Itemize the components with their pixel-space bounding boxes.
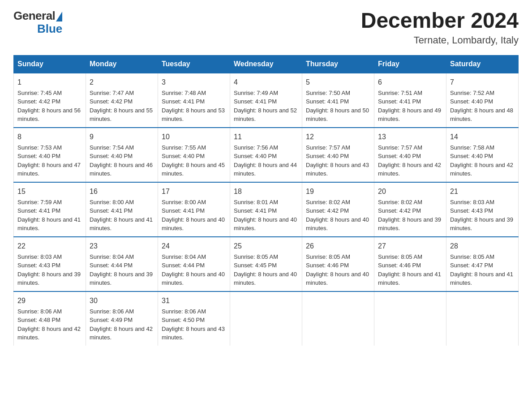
day-number: 9 xyxy=(90,132,154,142)
calendar-week-row: 1 Sunrise: 7:45 AMSunset: 4:42 PMDayligh… xyxy=(14,73,519,128)
calendar-cell xyxy=(446,291,519,346)
calendar-table: SundayMondayTuesdayWednesdayThursdayFrid… xyxy=(13,55,519,346)
calendar-cell: 4 Sunrise: 7:49 AMSunset: 4:41 PMDayligh… xyxy=(230,73,302,128)
calendar-cell: 16 Sunrise: 8:00 AMSunset: 4:41 PMDaylig… xyxy=(86,182,158,237)
day-number: 20 xyxy=(378,186,442,197)
day-number: 2 xyxy=(90,77,154,88)
day-info: Sunrise: 7:47 AMSunset: 4:42 PMDaylight:… xyxy=(90,90,153,123)
calendar-cell: 7 Sunrise: 7:52 AMSunset: 4:40 PMDayligh… xyxy=(446,73,519,128)
day-number: 29 xyxy=(17,295,82,306)
calendar-cell: 6 Sunrise: 7:51 AMSunset: 4:41 PMDayligh… xyxy=(374,73,446,128)
day-number: 19 xyxy=(306,186,370,197)
day-of-week-header: Friday xyxy=(374,55,446,73)
day-info: Sunrise: 7:56 AMSunset: 4:40 PMDaylight:… xyxy=(234,144,297,177)
calendar-cell xyxy=(302,291,374,346)
page-header: General Blue December 2024 Ternate, Lomb… xyxy=(13,9,519,46)
day-number: 12 xyxy=(306,132,370,142)
day-number: 22 xyxy=(17,241,82,252)
day-number: 8 xyxy=(17,132,82,142)
calendar-header: SundayMondayTuesdayWednesdayThursdayFrid… xyxy=(14,55,519,73)
day-number: 11 xyxy=(234,132,298,142)
calendar-cell: 24 Sunrise: 8:04 AMSunset: 4:44 PMDaylig… xyxy=(158,237,230,291)
day-number: 15 xyxy=(17,186,82,197)
day-of-week-header: Sunday xyxy=(14,55,86,73)
day-info: Sunrise: 8:00 AMSunset: 4:41 PMDaylight:… xyxy=(162,199,225,232)
month-title: December 2024 xyxy=(361,9,519,33)
day-of-week-header: Tuesday xyxy=(158,55,230,73)
day-number: 24 xyxy=(162,241,226,252)
day-info: Sunrise: 8:05 AMSunset: 4:45 PMDaylight:… xyxy=(234,253,297,287)
day-info: Sunrise: 7:48 AMSunset: 4:41 PMDaylight:… xyxy=(162,90,225,123)
day-number: 28 xyxy=(450,241,515,252)
calendar-cell: 2 Sunrise: 7:47 AMSunset: 4:42 PMDayligh… xyxy=(86,73,158,128)
day-info: Sunrise: 7:59 AMSunset: 4:41 PMDaylight:… xyxy=(17,199,81,232)
calendar-cell: 1 Sunrise: 7:45 AMSunset: 4:42 PMDayligh… xyxy=(14,73,86,128)
day-info: Sunrise: 7:58 AMSunset: 4:40 PMDaylight:… xyxy=(450,144,513,177)
calendar-cell: 14 Sunrise: 7:58 AMSunset: 4:40 PMDaylig… xyxy=(446,128,519,182)
calendar-cell: 25 Sunrise: 8:05 AMSunset: 4:45 PMDaylig… xyxy=(230,237,302,291)
calendar-cell: 13 Sunrise: 7:57 AMSunset: 4:40 PMDaylig… xyxy=(374,128,446,182)
logo-general-text: General xyxy=(13,9,55,23)
day-number: 30 xyxy=(90,295,154,306)
location-subtitle: Ternate, Lombardy, Italy xyxy=(361,34,519,46)
logo-blue-text: Blue xyxy=(37,22,62,36)
day-number: 25 xyxy=(234,241,298,252)
calendar-cell: 22 Sunrise: 8:03 AMSunset: 4:43 PMDaylig… xyxy=(14,237,86,291)
calendar-cell: 18 Sunrise: 8:01 AMSunset: 4:41 PMDaylig… xyxy=(230,182,302,237)
day-number: 10 xyxy=(162,132,226,142)
day-number: 26 xyxy=(306,241,370,252)
day-info: Sunrise: 8:02 AMSunset: 4:42 PMDaylight:… xyxy=(306,199,369,232)
day-info: Sunrise: 7:49 AMSunset: 4:41 PMDaylight:… xyxy=(234,90,297,123)
day-info: Sunrise: 8:03 AMSunset: 4:43 PMDaylight:… xyxy=(450,199,513,232)
day-number: 23 xyxy=(90,241,154,252)
day-number: 18 xyxy=(234,186,298,197)
calendar-week-row: 22 Sunrise: 8:03 AMSunset: 4:43 PMDaylig… xyxy=(14,237,519,291)
day-of-week-header: Saturday xyxy=(446,55,519,73)
calendar-cell xyxy=(374,291,446,346)
day-info: Sunrise: 7:54 AMSunset: 4:40 PMDaylight:… xyxy=(90,144,153,177)
day-of-week-header: Wednesday xyxy=(230,55,302,73)
day-number: 17 xyxy=(162,186,226,197)
day-info: Sunrise: 8:06 AMSunset: 4:48 PMDaylight:… xyxy=(17,308,81,341)
calendar-cell: 17 Sunrise: 8:00 AMSunset: 4:41 PMDaylig… xyxy=(158,182,230,237)
day-info: Sunrise: 8:06 AMSunset: 4:50 PMDaylight:… xyxy=(162,308,225,341)
calendar-cell: 27 Sunrise: 8:05 AMSunset: 4:46 PMDaylig… xyxy=(374,237,446,291)
day-info: Sunrise: 8:01 AMSunset: 4:41 PMDaylight:… xyxy=(234,199,297,232)
calendar-week-row: 15 Sunrise: 7:59 AMSunset: 4:41 PMDaylig… xyxy=(14,182,519,237)
day-info: Sunrise: 8:02 AMSunset: 4:42 PMDaylight:… xyxy=(378,199,441,232)
calendar-cell: 26 Sunrise: 8:05 AMSunset: 4:46 PMDaylig… xyxy=(302,237,374,291)
day-number: 5 xyxy=(306,77,370,88)
calendar-cell: 5 Sunrise: 7:50 AMSunset: 4:41 PMDayligh… xyxy=(302,73,374,128)
day-number: 27 xyxy=(378,241,442,252)
calendar-cell: 20 Sunrise: 8:02 AMSunset: 4:42 PMDaylig… xyxy=(374,182,446,237)
day-number: 31 xyxy=(162,295,226,306)
day-info: Sunrise: 7:57 AMSunset: 4:40 PMDaylight:… xyxy=(306,144,369,177)
calendar-cell: 30 Sunrise: 8:06 AMSunset: 4:49 PMDaylig… xyxy=(86,291,158,346)
calendar-cell: 31 Sunrise: 8:06 AMSunset: 4:50 PMDaylig… xyxy=(158,291,230,346)
day-of-week-header: Thursday xyxy=(302,55,374,73)
day-info: Sunrise: 8:05 AMSunset: 4:46 PMDaylight:… xyxy=(306,253,369,287)
day-info: Sunrise: 8:05 AMSunset: 4:46 PMDaylight:… xyxy=(378,253,441,287)
day-info: Sunrise: 7:57 AMSunset: 4:40 PMDaylight:… xyxy=(378,144,441,177)
calendar-body: 1 Sunrise: 7:45 AMSunset: 4:42 PMDayligh… xyxy=(14,73,519,346)
day-number: 13 xyxy=(378,132,442,142)
day-number: 1 xyxy=(17,77,82,88)
day-info: Sunrise: 7:55 AMSunset: 4:40 PMDaylight:… xyxy=(162,144,225,177)
logo-triangle-icon xyxy=(56,12,62,21)
day-number: 6 xyxy=(378,77,442,88)
day-info: Sunrise: 8:04 AMSunset: 4:44 PMDaylight:… xyxy=(162,253,225,287)
day-number: 4 xyxy=(234,77,298,88)
calendar-cell: 19 Sunrise: 8:02 AMSunset: 4:42 PMDaylig… xyxy=(302,182,374,237)
calendar-cell: 29 Sunrise: 8:06 AMSunset: 4:48 PMDaylig… xyxy=(14,291,86,346)
calendar-cell: 23 Sunrise: 8:04 AMSunset: 4:44 PMDaylig… xyxy=(86,237,158,291)
day-info: Sunrise: 7:51 AMSunset: 4:41 PMDaylight:… xyxy=(378,90,441,123)
calendar-cell: 10 Sunrise: 7:55 AMSunset: 4:40 PMDaylig… xyxy=(158,128,230,182)
calendar-cell: 3 Sunrise: 7:48 AMSunset: 4:41 PMDayligh… xyxy=(158,73,230,128)
calendar-cell: 28 Sunrise: 8:05 AMSunset: 4:47 PMDaylig… xyxy=(446,237,519,291)
calendar-week-row: 8 Sunrise: 7:53 AMSunset: 4:40 PMDayligh… xyxy=(14,128,519,182)
title-block: December 2024 Ternate, Lombardy, Italy xyxy=(361,9,519,46)
calendar-cell: 12 Sunrise: 7:57 AMSunset: 4:40 PMDaylig… xyxy=(302,128,374,182)
day-of-week-header: Monday xyxy=(86,55,158,73)
day-info: Sunrise: 8:04 AMSunset: 4:44 PMDaylight:… xyxy=(90,253,153,287)
calendar-week-row: 29 Sunrise: 8:06 AMSunset: 4:48 PMDaylig… xyxy=(14,291,519,346)
